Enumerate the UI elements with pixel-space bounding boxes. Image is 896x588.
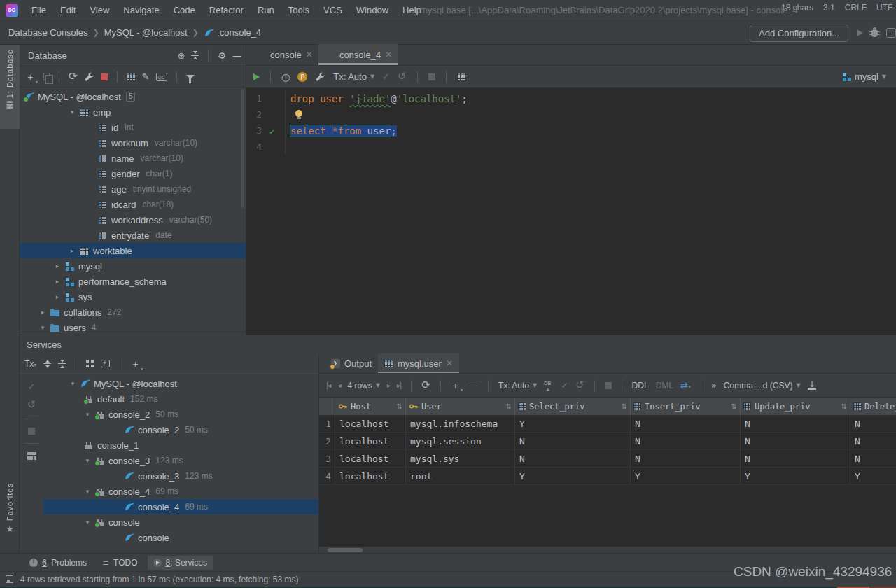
table-cell[interactable]: N [850, 433, 896, 449]
status-widget[interactable]: 18 chars [781, 3, 813, 13]
tree-row-console_3[interactable]: console_3123 ms [43, 468, 338, 484]
tree-row-console_4[interactable]: console_469 ms [43, 499, 338, 514]
tree-row-entrydate[interactable]: entrydatedate [20, 227, 246, 243]
result-view-icon[interactable] [457, 73, 466, 80]
sort-icon[interactable]: ⇅ [622, 402, 627, 410]
table-cell[interactable]: mysql.sys [406, 450, 515, 467]
add-row-icon[interactable]: ＋ [451, 381, 462, 390]
menu-item-refactor[interactable]: Refactor [203, 3, 250, 18]
coverage-icon[interactable] [886, 28, 896, 38]
close-icon[interactable]: ✕ [385, 50, 392, 59]
sidebar-item-favorites[interactable]: Favorites ★ [0, 479, 20, 553]
chevron-right-icon[interactable]: ▸ [52, 262, 63, 270]
dml-button[interactable]: DML [656, 381, 673, 391]
parameters-icon[interactable] [298, 72, 307, 82]
column-header-user[interactable]: User⇅ [406, 398, 515, 415]
table-cell[interactable]: localhost [335, 468, 406, 484]
status-widget[interactable]: CRLF [845, 3, 867, 13]
menu-item-run[interactable]: Run [251, 3, 281, 18]
tree-row-sys[interactable]: ▸sys [20, 289, 246, 304]
tree-row-console_1[interactable]: console_1 [43, 438, 338, 453]
add-service-icon[interactable]: ＋ [130, 359, 142, 369]
sort-icon[interactable]: ⇅ [397, 402, 402, 410]
code-line[interactable]: 4 [246, 139, 896, 155]
chevron-right-icon[interactable]: ▸ [52, 278, 63, 285]
chevron-down-icon[interactable]: ▾ [82, 519, 93, 526]
table-cell[interactable]: N [631, 433, 741, 449]
table-cell[interactable]: N [515, 450, 631, 467]
code-line[interactable]: 3✓select *from user; [246, 122, 896, 139]
chevron-down-icon[interactable]: ▾ [66, 108, 78, 115]
breadcrumb-item[interactable]: console_4 [220, 27, 261, 38]
tool-button-todo[interactable]: ≡TODO [97, 556, 144, 570]
more-options-icon[interactable]: » [711, 381, 717, 390]
tree-row-mysql----localhost[interactable]: ▾MySQL - @localhost [43, 376, 338, 391]
submit-to-database-icon[interactable] [544, 381, 554, 391]
stop-icon[interactable] [605, 382, 612, 389]
duplicate-icon[interactable] [43, 73, 50, 80]
sort-icon[interactable]: ⇅ [506, 402, 512, 410]
reload-icon[interactable]: ⟳ [421, 380, 430, 391]
add-datasource-icon[interactable]: ＋ [25, 72, 37, 82]
ql-console-icon[interactable] [156, 73, 167, 81]
menu-item-tools[interactable]: Tools [282, 3, 316, 18]
rollback-icon[interactable]: ↺ [27, 400, 36, 410]
table-row[interactable]: 1localhostmysql.infoschemaYNNN [319, 415, 896, 433]
tree-row-console_3[interactable]: ▾console_3123 ms [43, 453, 338, 468]
rollback-icon[interactable]: ↺ [398, 71, 407, 82]
scrollbar-thumb[interactable] [328, 548, 363, 552]
table-row[interactable]: 2localhostmysql.sessionNNNN [319, 433, 896, 450]
tx-mode-select[interactable]: Tx: Auto▼ [333, 71, 374, 82]
code-line[interactable]: 1drop user 'jiade'@'localhost'; [246, 90, 896, 106]
refresh-icon[interactable]: ⟳ [69, 71, 78, 82]
column-header-host[interactable]: Host⇅ [335, 398, 406, 415]
table-cell[interactable]: N [741, 415, 850, 432]
debug-icon[interactable] [872, 29, 878, 37]
table-cell[interactable]: localhost [335, 433, 406, 449]
table-cell[interactable]: Y [515, 468, 631, 484]
settings-wrench-icon[interactable] [315, 71, 326, 82]
tab-console-4[interactable]: console_4 ✕ [318, 44, 398, 65]
column-header-insert_priv[interactable]: Insert_priv⇅ [631, 398, 741, 415]
chevron-right-icon[interactable]: ▸ [66, 247, 78, 254]
filter-icon[interactable] [186, 75, 195, 79]
table-cell[interactable]: N [631, 450, 741, 467]
tx-mode-select[interactable]: Tx▾ [24, 359, 36, 369]
stop-icon[interactable] [28, 428, 35, 435]
menu-item-code[interactable]: Code [167, 3, 202, 18]
tree-row-mysql[interactable]: ▸mysql [20, 258, 246, 274]
column-header-select_priv[interactable]: Select_priv⇅ [515, 398, 631, 415]
sort-icon[interactable]: ⇅ [732, 402, 737, 410]
sort-icon[interactable]: ⇅ [841, 402, 847, 410]
chevron-down-icon[interactable]: ▾ [37, 324, 48, 331]
chevron-down-icon[interactable]: ▾ [82, 488, 93, 495]
breadcrumb-item[interactable]: MySQL - @localhost [104, 27, 188, 38]
chevron-down-icon[interactable]: ▾ [82, 411, 93, 418]
commit-icon[interactable]: ✓ [561, 381, 568, 390]
tree-row-default[interactable]: default152 ms [43, 391, 338, 407]
run-icon[interactable] [857, 29, 863, 36]
tree-row-worktable[interactable]: ▸worktable [20, 243, 246, 258]
gear-icon[interactable]: ⚙ [218, 51, 226, 60]
previous-page-icon[interactable]: ◂ [337, 382, 340, 389]
column-header-update_priv[interactable]: Update_priv⇅ [741, 398, 850, 415]
next-page-icon[interactable]: ▸ [387, 382, 390, 389]
open-in-new-frame-icon[interactable] [101, 360, 110, 368]
last-page-icon[interactable]: ▸| [397, 382, 401, 389]
tab-console[interactable]: console ✕ [249, 44, 318, 65]
table-row[interactable]: 4localhostrootYYYY [319, 468, 896, 485]
table-cell[interactable]: N [850, 450, 896, 467]
tree-row-age[interactable]: agetinyint unsigned [20, 181, 246, 197]
table-view-icon[interactable] [127, 73, 136, 80]
chevron-down-icon[interactable]: ▾ [67, 380, 78, 387]
expand-all-icon[interactable] [43, 360, 51, 368]
schema-selector[interactable]: mysql ▼ [842, 71, 886, 82]
table-cell[interactable]: N [741, 450, 850, 467]
table-cell[interactable]: N [515, 433, 631, 449]
chevron-right-icon[interactable]: ▸ [52, 293, 63, 300]
code-line[interactable]: 2 [246, 106, 896, 122]
menu-item-vcs[interactable]: VCS [317, 3, 349, 18]
tree-row-console_2[interactable]: ▾console_250 ms [43, 407, 338, 422]
tree-row-performance_schema[interactable]: ▸performance_schema [20, 274, 246, 289]
tree-row-users[interactable]: ▾users4 [20, 320, 246, 335]
